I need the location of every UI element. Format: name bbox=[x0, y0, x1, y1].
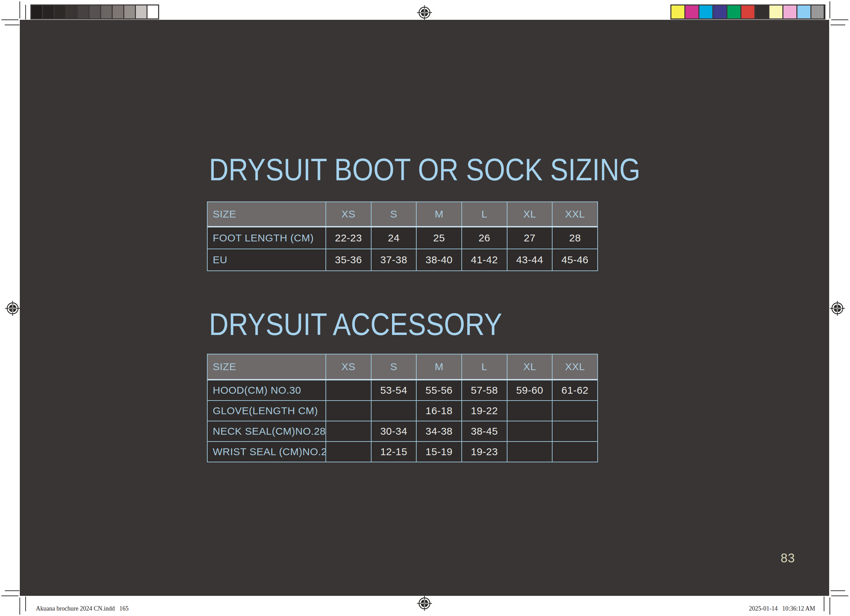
value-cell: 24 bbox=[371, 227, 416, 248]
value-cell: 37-38 bbox=[371, 249, 416, 271]
prepress-proof-sheet: { "theme": { "page_bg": "#393534", "tabl… bbox=[0, 0, 850, 616]
grayscale-calibration-bar bbox=[30, 4, 159, 19]
value-cell: 41-42 bbox=[461, 249, 507, 271]
trim-mark bbox=[19, 598, 20, 615]
calibration-swatch bbox=[90, 6, 100, 18]
row-label-cell: FOOT LENGTH (CM) bbox=[208, 227, 325, 248]
trim-mark bbox=[824, 597, 825, 611]
trim-mark bbox=[25, 597, 26, 611]
calibration-swatch bbox=[769, 6, 783, 18]
header-cell-l: L bbox=[461, 354, 507, 379]
table-row: FOOT LENGTH (CM)22-232425262728 bbox=[208, 226, 597, 248]
calibration-swatch bbox=[671, 6, 684, 18]
calibration-swatch bbox=[55, 6, 65, 18]
trim-mark bbox=[5, 25, 19, 25]
calibration-swatch bbox=[699, 6, 712, 18]
value-cell: 28 bbox=[552, 227, 597, 248]
trim-mark bbox=[829, 1, 830, 18]
header-cell-xxl: XXL bbox=[552, 202, 597, 226]
value-cell: 61-62 bbox=[552, 380, 597, 400]
trim-mark bbox=[831, 25, 845, 25]
value-cell bbox=[325, 401, 371, 421]
calibration-swatch bbox=[756, 6, 768, 18]
calibration-swatch bbox=[714, 6, 726, 18]
value-cell bbox=[371, 401, 416, 421]
value-cell bbox=[552, 422, 597, 441]
value-cell: 27 bbox=[507, 227, 552, 248]
value-cell bbox=[325, 380, 371, 400]
calibration-swatch bbox=[783, 6, 796, 18]
calibration-swatch bbox=[811, 6, 825, 18]
color-calibration-bar bbox=[670, 4, 825, 19]
table-row: HOOD(CM) NO.3053-5455-5657-5859-6061-62 bbox=[208, 379, 597, 400]
value-cell bbox=[325, 442, 371, 462]
header-cell-size: SIZE bbox=[208, 202, 325, 226]
accessory-sizing-table: SIZEXSSMLXLXXLHOOD(CM) NO.3053-5455-5657… bbox=[207, 354, 598, 462]
header-cell-s: S bbox=[371, 354, 416, 379]
value-cell: 19-22 bbox=[461, 401, 507, 421]
value-cell: 55-56 bbox=[416, 380, 461, 400]
trim-mark bbox=[25, 5, 26, 19]
calibration-swatch bbox=[124, 6, 135, 18]
header-cell-xl: XL bbox=[507, 202, 552, 226]
header-cell-m: M bbox=[416, 202, 461, 226]
row-label-cell: GLOVE(LENGTH CM) bbox=[208, 401, 325, 421]
trim-mark bbox=[1, 19, 18, 20]
value-cell: 30-34 bbox=[371, 422, 416, 441]
trim-mark bbox=[831, 19, 848, 20]
table-row: EU35-3637-3838-4041-4243-4445-46 bbox=[208, 248, 597, 271]
trim-mark bbox=[5, 591, 19, 591]
page-number: 83 bbox=[781, 551, 795, 565]
table-header-row: SIZEXSSMLXLXXL bbox=[208, 354, 597, 379]
value-cell: 35-36 bbox=[325, 249, 371, 271]
registration-mark-icon bbox=[5, 301, 21, 316]
calibration-swatch bbox=[136, 6, 147, 18]
row-label-cell: HOOD(CM) NO.30 bbox=[208, 380, 325, 400]
value-cell: 38-45 bbox=[461, 422, 507, 441]
value-cell: 22-23 bbox=[325, 227, 371, 248]
section-title-boot-sock-sizing: DRYSUIT BOOT OR SOCK SIZING bbox=[209, 154, 640, 185]
header-cell-size: SIZE bbox=[208, 354, 325, 379]
calibration-swatch bbox=[148, 6, 158, 18]
calibration-swatch bbox=[727, 6, 741, 18]
value-cell: 19-23 bbox=[461, 442, 507, 462]
header-cell-xs: XS bbox=[325, 354, 371, 379]
trim-mark bbox=[824, 5, 825, 19]
calibration-swatch bbox=[43, 6, 54, 18]
header-cell-s: S bbox=[371, 202, 416, 226]
value-cell: 16-18 bbox=[416, 401, 461, 421]
calibration-swatch bbox=[101, 6, 112, 18]
table-row: WRIST SEAL (CM)NO.2912-1515-1919-23 bbox=[208, 441, 597, 462]
trim-mark bbox=[1, 595, 18, 596]
header-cell-xxl: XXL bbox=[552, 354, 597, 379]
registration-mark-icon bbox=[417, 595, 432, 611]
value-cell bbox=[507, 401, 552, 421]
trim-mark bbox=[831, 595, 848, 596]
footer-filename: Akuana brochure 2024 CN.indd 165 bbox=[36, 605, 129, 612]
row-label-cell: EU bbox=[208, 249, 325, 271]
header-cell-xs: XS bbox=[325, 202, 371, 226]
trim-mark bbox=[831, 591, 845, 591]
value-cell: 59-60 bbox=[507, 380, 552, 400]
value-cell: 38-40 bbox=[416, 249, 461, 271]
value-cell bbox=[325, 422, 371, 441]
value-cell: 45-46 bbox=[552, 249, 597, 271]
calibration-swatch bbox=[113, 6, 123, 18]
section-title-accessory: DRYSUIT ACCESSORY bbox=[209, 309, 502, 340]
calibration-swatch bbox=[685, 6, 698, 18]
header-cell-xl: XL bbox=[507, 354, 552, 379]
value-cell: 57-58 bbox=[461, 380, 507, 400]
calibration-swatch bbox=[31, 6, 42, 18]
row-label-cell: WRIST SEAL (CM)NO.29 bbox=[208, 442, 325, 462]
value-cell bbox=[552, 401, 597, 421]
table-row: GLOVE(LENGTH CM)16-1819-22 bbox=[208, 400, 597, 421]
trim-mark bbox=[19, 1, 20, 18]
boot-sock-sizing-table: SIZEXSSMLXLXXLFOOT LENGTH (CM)22-2324252… bbox=[207, 202, 598, 271]
header-cell-m: M bbox=[416, 354, 461, 379]
calibration-swatch bbox=[798, 6, 810, 18]
table-row: NECK SEAL(CM)NO.2830-3434-3838-45 bbox=[208, 421, 597, 441]
value-cell: 15-19 bbox=[416, 442, 461, 462]
value-cell bbox=[507, 442, 552, 462]
value-cell: 43-44 bbox=[507, 249, 552, 271]
value-cell: 53-54 bbox=[371, 380, 416, 400]
